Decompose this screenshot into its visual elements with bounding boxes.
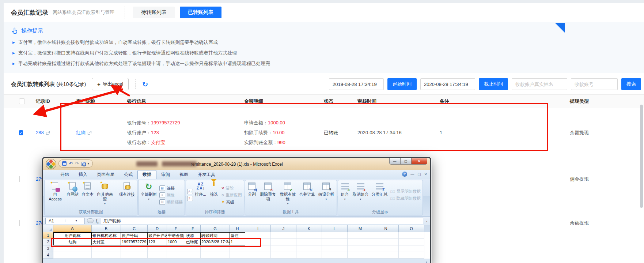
office-button[interactable] — [43, 157, 58, 172]
ribbon-tab-formulas[interactable]: 公式 — [119, 170, 137, 179]
ribbon-close-icon[interactable]: ✕ — [424, 172, 427, 176]
column-header-B[interactable]: B — [92, 225, 121, 232]
group-button[interactable]: ➜ 组合 ▼ — [339, 181, 351, 209]
name-box-dropdown-icon[interactable]: ▼ — [65, 219, 85, 222]
payee-account-input[interactable] — [571, 78, 618, 90]
row-279-checkbox[interactable] — [19, 176, 20, 182]
row-header-2[interactable]: 2 — [43, 239, 53, 245]
sheet-cell-C1[interactable]: 账户号码 — [121, 232, 148, 239]
sheet-cell-K3[interactable] — [296, 245, 322, 252]
undo-icon[interactable]: ↶ — [69, 161, 73, 166]
sheet-cell-O2[interactable] — [399, 239, 424, 245]
existing-connections-button[interactable]: 现有连接 — [118, 181, 136, 209]
sort-button[interactable]: A ZZ A↓ 排序... — [194, 181, 207, 209]
sheet-cell-B4[interactable] — [92, 252, 121, 259]
fx-icon[interactable]: fx — [96, 218, 99, 224]
sheet-cell-A3[interactable] — [53, 245, 92, 252]
ribbon-tab-review[interactable]: 审阅 — [156, 170, 175, 179]
sheet-cell-F2[interactable]: 已转账 — [185, 239, 201, 245]
restore-button[interactable]: ▢ — [400, 158, 411, 165]
sheet-cell-A4[interactable] — [53, 252, 92, 259]
sheet-cell-H1[interactable]: 备注 — [230, 232, 245, 239]
column-header-M[interactable]: M — [348, 225, 373, 232]
sheet-cell-O3[interactable] — [399, 245, 424, 252]
name-box[interactable]: A1 ▼ — [45, 218, 85, 224]
tab-pending-transfer[interactable]: 待转账列表 — [133, 7, 175, 18]
row-278-checkbox[interactable] — [19, 220, 20, 226]
sheet-cell-F4[interactable] — [185, 252, 201, 259]
minimize-button[interactable]: — — [389, 158, 400, 165]
column-header-O[interactable]: O — [399, 225, 424, 232]
column-header-L[interactable]: L — [322, 225, 348, 232]
sheet-cell-J2[interactable] — [271, 239, 296, 245]
sheet-cell-L1[interactable] — [322, 232, 348, 239]
end-time-button[interactable]: 截止时间 — [479, 78, 508, 90]
sheet-cell-J1[interactable] — [271, 232, 296, 239]
ribbon-tab-developer[interactable]: 开发工具 — [193, 170, 220, 179]
start-time-button[interactable]: 起始时间 — [387, 78, 417, 90]
sheet-cell-G4[interactable] — [201, 252, 230, 259]
export-excel-button[interactable]: + 导出excel — [92, 78, 129, 90]
sheet-cell-K4[interactable] — [296, 252, 322, 259]
sheet-cell-F3[interactable] — [185, 245, 201, 252]
show-detail-button[interactable]: ⁺⃞ 显示明细数据 — [390, 189, 422, 194]
sheet-cell-E4[interactable] — [167, 252, 185, 259]
column-header-D[interactable]: D — [148, 225, 167, 232]
select-all-corner[interactable] — [43, 225, 53, 232]
sort-az-icon[interactable]: A↓ — [187, 189, 193, 194]
expand-formula-bar-icon[interactable]: ⌄ — [425, 219, 428, 222]
print-preview-icon[interactable] — [81, 162, 86, 166]
remove-duplicates-button[interactable]: ✕ 删除重复项 — [259, 181, 278, 209]
formula-input[interactable]: 用户昵称 — [101, 218, 424, 224]
column-header-A[interactable]: A — [53, 225, 92, 232]
connections-button[interactable]: ▤ 连接 — [159, 185, 183, 191]
sheet-cell-M1[interactable] — [348, 232, 373, 239]
refresh-icon[interactable]: ↻ — [142, 80, 148, 89]
nickname-link-288[interactable]: 红狗 — [72, 129, 124, 136]
consolidate-button[interactable]: ⇲ 合并计算 — [298, 181, 317, 209]
from-other-sources-button[interactable]: ✦ 自其他来源 ▼ — [95, 181, 114, 209]
sheet-cell-N3[interactable] — [373, 245, 399, 252]
sheet-cell-G3[interactable] — [201, 245, 230, 252]
sheet-cell-N2[interactable] — [373, 239, 399, 245]
advanced-filter-button[interactable]: ▼ 高级 — [220, 199, 242, 205]
start-time-input[interactable] — [329, 78, 384, 90]
column-header-J[interactable]: J — [271, 225, 296, 232]
column-header-I[interactable]: I — [245, 225, 271, 232]
text-to-columns-button[interactable]: ⇉ 分列 — [246, 181, 258, 209]
filter-button[interactable]: 筛选 — [208, 181, 220, 209]
data-validation-button[interactable]: ✔ 数据有效性 ▼ — [279, 181, 298, 209]
column-header-F[interactable]: F — [185, 225, 201, 232]
what-if-analysis-button[interactable]: ? 假设分析 ▼ — [317, 181, 336, 209]
payee-real-name-input[interactable] — [512, 78, 567, 90]
ribbon-tab-view[interactable]: 视图 — [175, 170, 193, 179]
clear-filter-button[interactable]: ✕ 清除 — [220, 185, 242, 191]
sheet-cell-N4[interactable] — [373, 252, 399, 259]
sheet-cell-D2[interactable]: 123 — [148, 239, 167, 245]
sheet-cell-C4[interactable] — [121, 252, 148, 259]
column-header-K[interactable]: K — [296, 225, 322, 232]
properties-button[interactable]: ≡ 属性 — [159, 192, 183, 198]
subtotal-button[interactable]: Σ 分类汇总 — [371, 181, 389, 209]
from-web-button[interactable]: ✦ 自网站 — [65, 181, 80, 209]
help-icon[interactable]: ? — [402, 172, 407, 177]
sort-za-icon[interactable]: Z↓ — [187, 196, 193, 201]
sheet-cell-E2[interactable]: 1000 — [167, 239, 185, 245]
sheet-cell-B3[interactable] — [92, 245, 121, 252]
sheet-cell-L4[interactable] — [322, 252, 348, 259]
sheet-cell-A2[interactable]: 红狗 — [53, 239, 92, 245]
sheet-cell-C3[interactable] — [121, 245, 148, 252]
sheet-cell-J4[interactable] — [271, 252, 296, 259]
sheet-cell-J3[interactable] — [271, 245, 296, 252]
hide-detail-button[interactable]: ⁻⃞ 隐藏明细数据 — [390, 196, 422, 201]
ungroup-button[interactable]: ➜ 取消组合 ▼ — [352, 181, 370, 209]
edit-links-button[interactable]: ⛓ 编辑链接 — [159, 199, 183, 205]
sheet-cell-N1[interactable] — [373, 232, 399, 239]
column-header-H[interactable]: H — [230, 225, 245, 232]
sheet-cell-A1[interactable]: 用户昵称 — [53, 232, 92, 239]
column-header-G[interactable]: G — [201, 225, 230, 232]
row-header-4[interactable]: 4 — [43, 252, 53, 259]
row-header-1[interactable]: 1 — [43, 232, 53, 239]
search-button[interactable]: 搜索 — [621, 78, 641, 90]
column-header-N[interactable]: N — [373, 225, 399, 232]
